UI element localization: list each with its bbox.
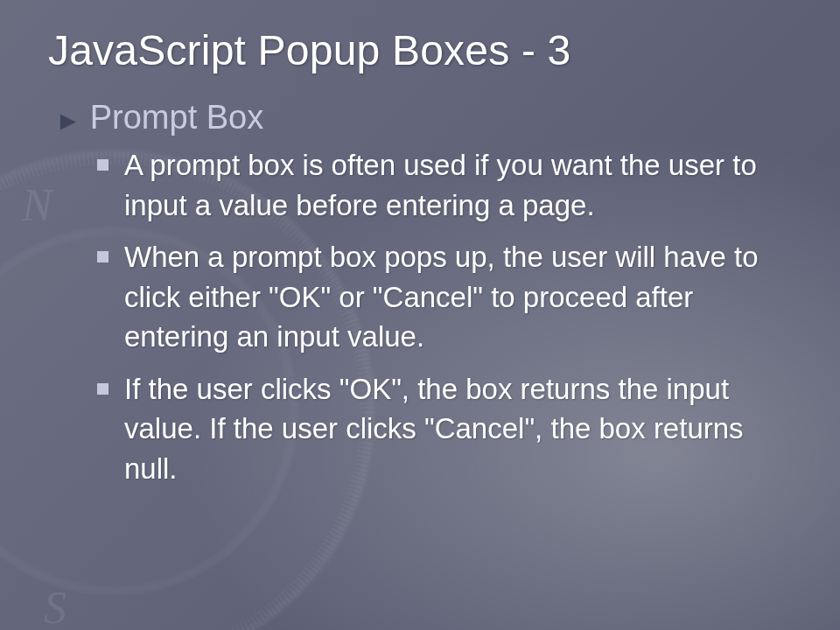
- square-bullet-icon: [97, 383, 108, 395]
- list-item-text: A prompt box is often used if you want t…: [124, 145, 792, 225]
- list-item: If the user clicks "OK", the box returns…: [97, 369, 792, 489]
- slide-title: JavaScript Popup Boxes - 3: [48, 26, 792, 74]
- compass-s-label: S: [44, 582, 66, 630]
- list-item: When a prompt box pops up, the user will…: [97, 237, 792, 357]
- list-item-text: If the user clicks "OK", the box returns…: [124, 369, 792, 489]
- triangle-bullet-icon: ►: [55, 108, 81, 134]
- square-bullet-icon: [97, 159, 108, 171]
- compass-n-label: N: [22, 179, 52, 231]
- bullet-list: A prompt box is often used if you want t…: [97, 145, 792, 488]
- section-heading: ► Prompt Box: [55, 99, 792, 136]
- section-heading-text: Prompt Box: [90, 99, 264, 136]
- slide-body: ► Prompt Box A prompt box is often used …: [55, 99, 792, 488]
- slide: N S JavaScript Popup Boxes - 3 ► Prompt …: [0, 0, 840, 630]
- square-bullet-icon: [97, 251, 108, 262]
- list-item-text: When a prompt box pops up, the user will…: [124, 237, 792, 357]
- list-item: A prompt box is often used if you want t…: [97, 145, 792, 225]
